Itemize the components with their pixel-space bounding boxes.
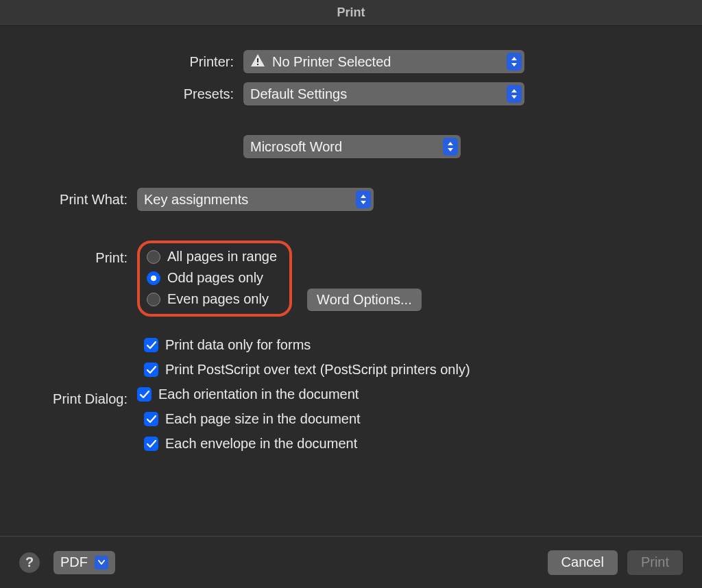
checkbox-envelope-label: Each envelope in the document: [165, 436, 357, 452]
printer-select[interactable]: No Printer Selected: [243, 50, 524, 73]
svg-rect-1: [257, 64, 258, 65]
updown-icon: [507, 85, 522, 103]
section-select[interactable]: Microsoft Word: [243, 135, 461, 158]
checkbox-icon: [144, 338, 158, 352]
radio-all-pages[interactable]: All pages in range: [147, 249, 277, 265]
warning-icon: [250, 53, 265, 71]
word-options-label: Word Options...: [317, 292, 412, 307]
pdf-menu-button[interactable]: PDF: [53, 551, 115, 574]
print-button[interactable]: Print: [627, 550, 683, 575]
presets-row: Presets: Default Settings: [14, 82, 688, 106]
checkbox-icon: [144, 363, 158, 377]
window-title: Print: [0, 0, 702, 26]
radio-odd-pages[interactable]: Odd pages only: [147, 270, 277, 286]
dialog-content: Printer: No Printer Selected Presets: De…: [0, 26, 702, 452]
print-range-group-highlight: All pages in range Odd pages only Even p…: [137, 241, 292, 317]
pdf-label: PDF: [60, 554, 88, 570]
checkbox-area: Print data only for forms Print PostScri…: [14, 337, 688, 452]
radio-all-label: All pages in range: [167, 249, 277, 265]
checkbox-pagesize-label: Each page size in the document: [165, 411, 361, 427]
updown-icon: [356, 191, 371, 208]
print-dialog-label: Print Dialog:: [14, 391, 137, 407]
radio-even-label: Even pages only: [167, 291, 269, 307]
section-row: Microsoft Word: [14, 135, 688, 158]
dialog-footer: ? PDF Cancel Print: [0, 536, 702, 588]
print-what-label: Print What:: [14, 192, 137, 208]
checkbox-data-only-label: Print data only for forms: [165, 337, 311, 353]
chevron-down-icon: [95, 556, 108, 569]
printer-value: No Printer Selected: [272, 54, 391, 70]
svg-rect-0: [257, 58, 258, 62]
section-value: Microsoft Word: [250, 139, 342, 155]
radio-even-pages[interactable]: Even pages only: [147, 291, 277, 307]
print-range-row: Print: All pages in range Odd pages only…: [14, 241, 688, 317]
updown-icon: [443, 138, 458, 156]
print-what-row: Print What: Key assignments: [14, 188, 688, 211]
checkbox-icon: [144, 412, 158, 426]
checkbox-data-only[interactable]: Print data only for forms: [144, 337, 688, 353]
print-what-select[interactable]: Key assignments: [137, 188, 374, 211]
radio-icon: [147, 293, 160, 306]
cancel-button[interactable]: Cancel: [548, 550, 618, 575]
checkbox-pagesize[interactable]: Each page size in the document: [144, 411, 688, 427]
help-icon: ?: [25, 554, 34, 570]
checkbox-orientation-label: Each orientation in the document: [158, 387, 359, 402]
presets-label: Presets:: [14, 86, 243, 102]
print-range-label: Print:: [14, 241, 137, 266]
updown-icon: [507, 53, 522, 71]
checkbox-envelope[interactable]: Each envelope in the document: [144, 436, 688, 452]
printer-label: Printer:: [14, 54, 243, 70]
presets-select[interactable]: Default Settings: [243, 82, 524, 106]
radio-icon: [147, 271, 160, 285]
help-button[interactable]: ?: [19, 552, 40, 573]
radio-odd-label: Odd pages only: [167, 270, 263, 286]
checkbox-icon: [137, 387, 152, 402]
cancel-label: Cancel: [561, 554, 604, 570]
checkbox-postscript-label: Print PostScript over text (PostScript p…: [165, 362, 470, 378]
print-what-value: Key assignments: [144, 192, 248, 208]
checkbox-postscript[interactable]: Print PostScript over text (PostScript p…: [144, 362, 688, 378]
presets-value: Default Settings: [250, 86, 347, 102]
radio-icon: [147, 250, 160, 264]
print-label: Print: [641, 554, 669, 570]
print-dialog-row: Print Dialog: Each orientation in the do…: [14, 387, 688, 411]
word-options-button[interactable]: Word Options...: [307, 289, 422, 311]
checkbox-orientation[interactable]: Each orientation in the document: [137, 387, 359, 402]
checkbox-icon: [144, 437, 158, 451]
printer-row: Printer: No Printer Selected: [14, 50, 688, 73]
title-text: Print: [337, 5, 365, 20]
